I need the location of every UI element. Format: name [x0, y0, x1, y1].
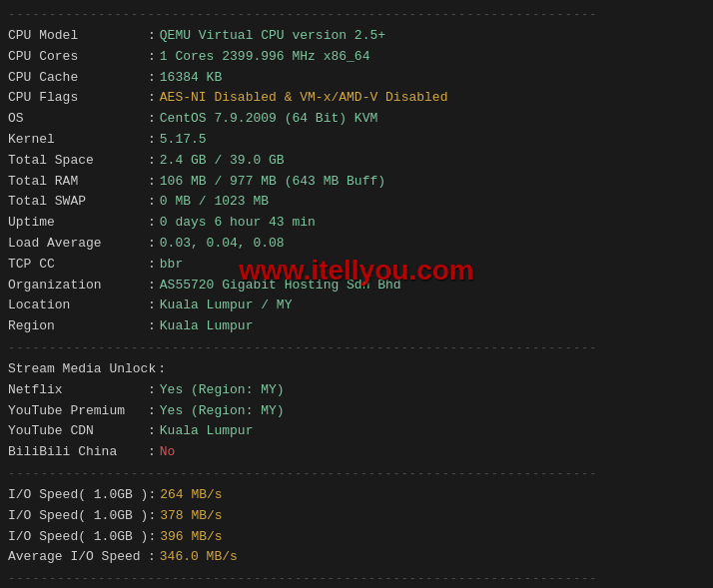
os-value: CentOS 7.9.2009 (64 Bit) KVM — [160, 109, 377, 130]
io-speed-1-value: 264 MB/s — [160, 485, 222, 506]
youtube-cdn-label: YouTube CDN — [8, 421, 148, 442]
io-speed-section: I/O Speed( 1.0GB ) : 264 MB/s I/O Speed(… — [8, 485, 705, 568]
tcp-cc-value: bbr — [160, 255, 183, 276]
location-label: Location — [8, 295, 148, 316]
location-value: Kuala Lumpur / MY — [160, 295, 293, 316]
netflix-label: Netflix — [8, 380, 148, 401]
stream-media-header-row: Stream Media Unlock : — [8, 359, 705, 380]
table-row: YouTube Premium : Yes (Region: MY) — [8, 401, 705, 422]
table-row: I/O Speed( 1.0GB ) : 378 MB/s — [8, 506, 705, 527]
table-row: BiliBili China : No — [8, 442, 705, 463]
load-average-label: Load Average — [8, 234, 148, 255]
total-ram-value: 106 MB / 977 MB (643 MB Buff) — [160, 172, 385, 193]
table-row: I/O Speed( 1.0GB ) : 264 MB/s — [8, 485, 705, 506]
table-row: Netflix : Yes (Region: MY) — [8, 380, 705, 401]
divider-2: ----------------------------------------… — [8, 467, 705, 481]
cpu-model-label: CPU Model — [8, 26, 148, 47]
table-row: CPU Cores : 1 Cores 2399.996 MHz x86_64 — [8, 47, 705, 68]
cpu-cache-label: CPU Cache — [8, 68, 148, 89]
table-row: YouTube CDN : Kuala Lumpur — [8, 421, 705, 442]
table-row: Organization : AS55720 Gigabit Hosting S… — [8, 276, 705, 296]
cpu-model-value: QEMU Virtual CPU version 2.5+ — [160, 26, 385, 47]
stream-media-section: Stream Media Unlock : Netflix : Yes (Reg… — [8, 359, 705, 463]
total-space-label: Total Space — [8, 151, 148, 172]
table-row: OS : CentOS 7.9.2009 (64 Bit) KVM — [8, 109, 705, 130]
io-speed-2-value: 378 MB/s — [160, 506, 222, 527]
avg-io-speed-label: Average I/O Speed — [8, 547, 148, 568]
organization-label: Organization — [8, 276, 148, 296]
total-swap-value: 0 MB / 1023 MB — [160, 192, 269, 213]
table-row: Total RAM : 106 MB / 977 MB (643 MB Buff… — [8, 172, 705, 193]
total-space-value: 2.4 GB / 39.0 GB — [160, 151, 285, 172]
region-label: Region — [8, 316, 148, 337]
region-value: Kuala Lumpur — [160, 316, 254, 337]
avg-io-speed-value: 346.0 MB/s — [160, 547, 238, 568]
table-row: CPU Flags : AES-NI Disabled & VM-x/AMD-V… — [8, 88, 705, 109]
io-speed-3-value: 396 MB/s — [160, 527, 222, 548]
io-speed-2-label: I/O Speed( 1.0GB ) — [8, 506, 148, 527]
table-row: Average I/O Speed : 346.0 MB/s — [8, 547, 705, 568]
divider-1: ----------------------------------------… — [8, 341, 705, 355]
table-row: TCP CC : bbr — [8, 255, 705, 276]
os-label: OS — [8, 109, 148, 130]
table-row: Uptime : 0 days 6 hour 43 min — [8, 213, 705, 234]
table-row: Total Space : 2.4 GB / 39.0 GB — [8, 151, 705, 172]
tcp-cc-label: TCP CC — [8, 255, 148, 276]
io-speed-3-label: I/O Speed( 1.0GB ) — [8, 527, 148, 548]
bilibili-china-label: BiliBili China — [8, 442, 148, 463]
system-info-section: CPU Model : QEMU Virtual CPU version 2.5… — [8, 26, 705, 337]
bilibili-china-value: No — [160, 442, 176, 463]
uptime-label: Uptime — [8, 213, 148, 234]
top-divider: ----------------------------------------… — [8, 8, 705, 22]
total-swap-label: Total SWAP — [8, 192, 148, 213]
total-ram-label: Total RAM — [8, 172, 148, 193]
table-row: Load Average : 0.03, 0.04, 0.08 — [8, 234, 705, 255]
organization-value: AS55720 Gigabit Hosting Sdn Bhd — [160, 276, 401, 296]
stream-media-header: Stream Media Unlock — [8, 359, 156, 380]
table-row: Region : Kuala Lumpur — [8, 316, 705, 337]
kernel-value: 5.17.5 — [160, 130, 207, 151]
youtube-premium-label: YouTube Premium — [8, 401, 148, 422]
table-row: Kernel : 5.17.5 — [8, 130, 705, 151]
uptime-value: 0 days 6 hour 43 min — [160, 213, 316, 234]
cpu-flags-value: AES-NI Disabled & VM-x/AMD-V Disabled — [160, 88, 448, 109]
divider-3: ----------------------------------------… — [8, 572, 705, 586]
youtube-cdn-value: Kuala Lumpur — [160, 421, 254, 442]
cpu-flags-label: CPU Flags — [8, 88, 148, 109]
table-row: Total SWAP : 0 MB / 1023 MB — [8, 192, 705, 213]
cpu-cache-value: 16384 KB — [160, 68, 222, 89]
load-average-value: 0.03, 0.04, 0.08 — [160, 234, 285, 255]
io-speed-1-label: I/O Speed( 1.0GB ) — [8, 485, 148, 506]
cpu-cores-label: CPU Cores — [8, 47, 148, 68]
netflix-value: Yes (Region: MY) — [160, 380, 285, 401]
table-row: Location : Kuala Lumpur / MY — [8, 295, 705, 316]
kernel-label: Kernel — [8, 130, 148, 151]
table-row: I/O Speed( 1.0GB ) : 396 MB/s — [8, 527, 705, 548]
cpu-cores-value: 1 Cores 2399.996 MHz x86_64 — [160, 47, 370, 68]
youtube-premium-value: Yes (Region: MY) — [160, 401, 285, 422]
table-row: CPU Model : QEMU Virtual CPU version 2.5… — [8, 26, 705, 47]
table-row: CPU Cache : 16384 KB — [8, 68, 705, 89]
